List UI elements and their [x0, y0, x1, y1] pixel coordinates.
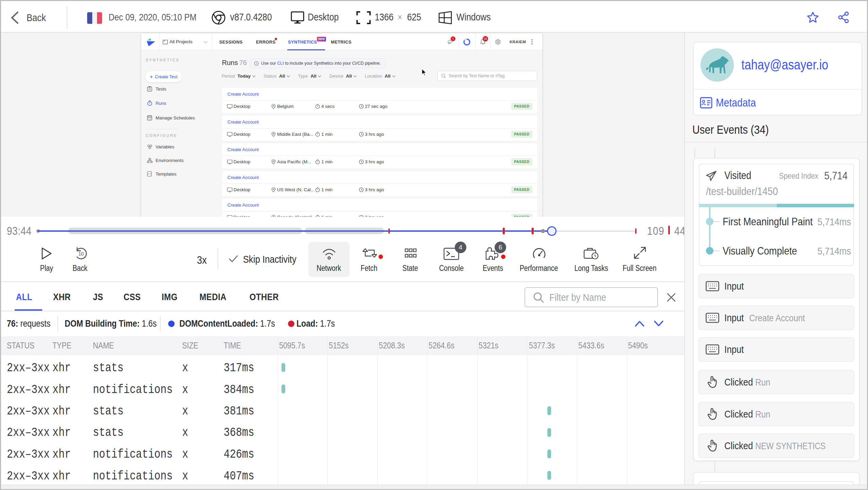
svg-text:10: 10 [78, 251, 84, 257]
